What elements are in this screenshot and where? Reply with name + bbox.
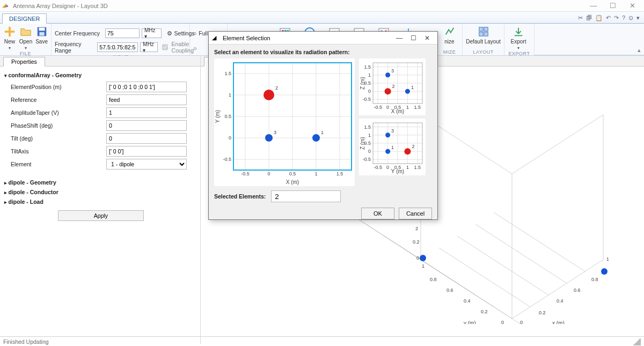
svg-text:x (m): x (m) [552, 320, 565, 324]
element-selection-dialog: ◢ Element Selection — ☐ ✕ Select an elem… [208, 31, 438, 220]
qat-dropdown-icon[interactable]: ▾ [636, 14, 640, 21]
cancel-button[interactable]: Cancel [399, 208, 432, 219]
section-dipole-geometry[interactable]: dipole - Geometry [4, 179, 196, 186]
center-frequency-input[interactable] [105, 28, 140, 38]
ok-button[interactable]: OK [361, 208, 394, 219]
ribbon-group-optimize: nize MIZE [437, 24, 463, 55]
svg-point-41 [601, 268, 608, 275]
optimize-icon [444, 26, 456, 38]
dialog-xz-plot[interactable]: -0.500.511.5-0.500.511.5X (m)Z (m)123 [359, 58, 426, 115]
amplitudetaper-input[interactable] [106, 107, 187, 118]
element-select[interactable]: 1 - dipole [106, 159, 187, 170]
tab-designer[interactable]: DESIGNER [2, 13, 47, 24]
svg-text:y (m): y (m) [464, 320, 476, 324]
svg-point-127 [385, 132, 390, 137]
svg-text:Z (m): Z (m) [360, 137, 365, 150]
dialog-minimize-button[interactable]: — [392, 34, 406, 42]
svg-text:1.5: 1.5 [364, 124, 371, 130]
default-layout-button[interactable]: Default Layout [466, 25, 501, 45]
gear-icon: ⚙ [167, 30, 172, 36]
qat-cut-icon[interactable]: ✂ [578, 14, 583, 21]
svg-text:0.4: 0.4 [464, 298, 471, 304]
dialog-main-plot[interactable]: -0.500.511.5-0.500.511.5X (m)Y (m)123 [214, 58, 355, 186]
svg-text:0: 0 [416, 255, 419, 261]
dialog-titlebar[interactable]: ◢ Element Selection — ☐ ✕ [209, 32, 437, 45]
tiltaxis-input[interactable] [106, 146, 187, 157]
dialog-instruction: Select an element to visualize its radia… [214, 49, 432, 55]
svg-text:0: 0 [386, 165, 389, 170]
section-conformalarray-geometry[interactable]: conformalArray - Geometry [4, 72, 196, 78]
dialog-yz-plot[interactable]: -0.500.511.5-0.500.511.5Y (m)Z (m)123 [359, 119, 426, 175]
qat-undo-icon[interactable]: ↶ [606, 14, 611, 21]
apply-button[interactable]: Apply [58, 210, 144, 221]
element-label: Element [4, 161, 106, 167]
svg-text:1: 1 [406, 105, 409, 110]
svg-text:2: 2 [412, 144, 414, 149]
floppy-icon [36, 26, 48, 38]
svg-text:0.6: 0.6 [447, 288, 453, 293]
properties-panel: Properties conformalArray - Geometry Ele… [0, 56, 201, 344]
svg-rect-3 [39, 28, 45, 31]
qat-copy-icon[interactable]: 🗐 [586, 14, 592, 21]
section-dipole-conductor[interactable]: dipole - Conductor [4, 189, 196, 195]
svg-text:0.4: 0.4 [557, 298, 564, 304]
tilt-label: Tilt (deg) [4, 135, 106, 142]
titlebar: Antenna Array Designer - Layout 3D — ☐ ✕ [0, 0, 644, 12]
svg-text:0: 0 [501, 320, 504, 324]
ribbon-group-layout: Default Layout LAYOUT [463, 24, 504, 55]
window-maximize-button[interactable]: ☐ [603, 2, 623, 10]
qat-more-icon[interactable]: ⊙ [628, 14, 633, 21]
open-button[interactable]: Open ▾ [19, 25, 32, 50]
center-frequency-unit-dropdown[interactable]: MHz ▾ [142, 28, 162, 38]
window-close-button[interactable]: ✕ [623, 2, 642, 10]
svg-text:X (m): X (m) [286, 179, 299, 185]
window-minimize-button[interactable]: — [584, 2, 603, 10]
svg-text:0.2: 0.2 [539, 310, 546, 315]
tab-properties[interactable]: Properties [3, 57, 45, 67]
qat-help-icon[interactable]: ? [622, 14, 625, 21]
frequency-range-input[interactable] [97, 42, 138, 52]
svg-text:0.6: 0.6 [574, 288, 581, 293]
svg-text:1: 1 [606, 256, 609, 262]
svg-point-67 [264, 90, 274, 100]
export-button[interactable]: Export ▾ [508, 25, 529, 50]
optimize-button[interactable]: nize [440, 25, 459, 45]
ribbon-collapse-button[interactable]: ▴ [638, 47, 641, 54]
enable-coupling-checkbox[interactable] [162, 42, 168, 52]
dialog-close-button[interactable]: ✕ [420, 34, 434, 42]
svg-text:Y (m): Y (m) [391, 168, 404, 174]
svg-text:0.8: 0.8 [591, 277, 598, 282]
frequency-range-unit-dropdown[interactable]: MHz ▾ [140, 42, 157, 52]
ribbon-group-export: Export ▾ EXPORT [504, 24, 535, 55]
svg-rect-19 [484, 27, 487, 31]
elementposition-input[interactable] [106, 82, 187, 92]
new-button[interactable]: New ▾ [3, 25, 16, 50]
section-dipole-load[interactable]: dipole - Load [4, 198, 196, 205]
svg-text:0.5: 0.5 [224, 114, 231, 119]
ribbon-group-file: New ▾ Open ▾ Save FILE [0, 24, 52, 55]
dialog-maximize-button[interactable]: ☐ [406, 34, 420, 42]
reference-input[interactable] [106, 94, 187, 105]
properties-tabrow: Properties [0, 56, 200, 67]
svg-text:1.5: 1.5 [414, 165, 421, 170]
export-icon [513, 26, 524, 38]
svg-text:Z (m): Z (m) [360, 77, 365, 90]
resize-grip-icon[interactable] [633, 338, 641, 345]
chevron-down-icon: ▾ [25, 46, 27, 50]
selected-elements-input[interactable] [271, 190, 341, 202]
svg-point-94 [405, 89, 410, 94]
svg-text:1: 1 [368, 132, 371, 138]
qat-paste-icon[interactable]: 📋 [595, 14, 603, 21]
svg-text:0.5: 0.5 [289, 171, 296, 176]
svg-text:-0.5: -0.5 [362, 97, 371, 102]
svg-text:3: 3 [391, 68, 394, 73]
phaseshift-label: PhaseShift (deg) [4, 122, 106, 129]
window-title: Antenna Array Designer - Layout 3D [13, 3, 108, 9]
save-button[interactable]: Save [35, 25, 48, 45]
svg-text:0: 0 [267, 171, 270, 176]
qat-redo-icon[interactable]: ↷ [614, 14, 619, 21]
svg-text:0.8: 0.8 [430, 277, 437, 282]
tilt-input[interactable] [106, 133, 187, 144]
phaseshift-input[interactable] [106, 120, 187, 131]
status-text: Finished Updating [3, 338, 49, 345]
